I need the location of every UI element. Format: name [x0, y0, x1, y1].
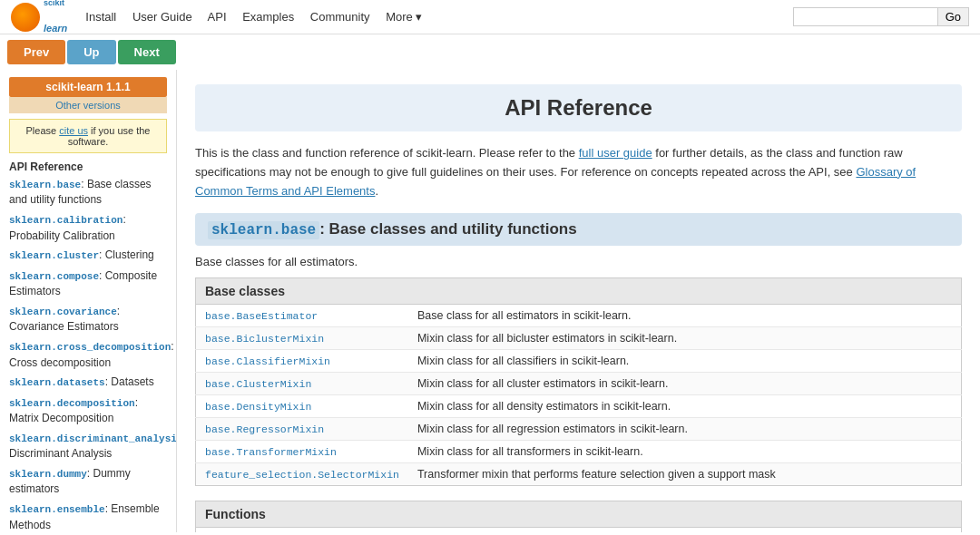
table-row: base.clone(estimator, *[, safe])Construc…	[196, 528, 962, 532]
functions-table: base.clone(estimator, *[, safe])Construc…	[195, 527, 962, 532]
base-classes-desc: Base classes for all estimators.	[195, 255, 962, 268]
class-link[interactable]: base.ClusterMixin	[205, 378, 311, 390]
class-desc: Mixin class for all transformers in scik…	[408, 441, 962, 463]
sidebar-item-mono[interactable]: sklearn.decomposition	[9, 398, 135, 409]
sidebar-item[interactable]: sklearn.calibration: Probability Calibra…	[9, 212, 167, 243]
sidebar-item[interactable]: sklearn.ensemble: Ensemble Methods	[9, 501, 167, 532]
sidebar-cite-box: Please cite us if you use the software.	[9, 119, 167, 153]
functions-section: Functions base.clone(estimator, *[, safe…	[195, 501, 962, 532]
sidebar-item[interactable]: sklearn.cross_decomposition: Cross decom…	[9, 339, 167, 370]
sidebar-item-desc: : Clustering	[99, 248, 154, 261]
class-desc: Mixin class for all cluster estimators i…	[408, 373, 962, 395]
sidebar-item[interactable]: sklearn.cluster: Clustering	[9, 248, 167, 263]
sidebar-item-mono[interactable]: sklearn.base	[9, 180, 81, 190]
nav-more-button[interactable]: More ▾	[386, 10, 422, 24]
glossary-link[interactable]: Glossary of Common Terms and API Element…	[195, 165, 916, 198]
sidebar-item-mono[interactable]: sklearn.covariance	[9, 306, 117, 317]
sidebar-item-mono[interactable]: sklearn.datasets	[9, 377, 105, 388]
table-row: base.BaseEstimatorBase class for all est…	[196, 305, 962, 327]
class-link[interactable]: base.ClassifierMixin	[205, 355, 330, 367]
sidebar-item[interactable]: sklearn.compose: Composite Estimators	[9, 268, 167, 299]
sidebar-entries: sklearn.base: Base classes and utility f…	[9, 177, 167, 532]
table-row: base.ClassifierMixinMixin class for all …	[196, 350, 962, 373]
nav-api[interactable]: API	[208, 10, 227, 24]
next-button[interactable]: Next	[118, 40, 176, 64]
top-navbar: scikitlearn Install User Guide API Examp…	[0, 0, 980, 34]
sidebar-item-mono[interactable]: sklearn.dummy	[9, 469, 87, 480]
prev-button[interactable]: Prev	[7, 40, 65, 64]
class-link[interactable]: base.RegressorMixin	[205, 423, 324, 435]
functions-header: Functions	[195, 501, 962, 527]
table-row: base.TransformerMixinMixin class for all…	[196, 441, 962, 463]
class-desc: Base class for all estimators in scikit-…	[408, 305, 962, 327]
search-go-button[interactable]: Go	[938, 7, 969, 26]
base-classes-header: Base classes	[195, 277, 962, 304]
table-row: base.RegressorMixinMixin class for all r…	[196, 418, 962, 441]
class-desc: Mixin class for all density estimators i…	[408, 395, 962, 418]
nav-install[interactable]: Install	[85, 10, 116, 24]
base-classes-table: base.BaseEstimatorBase class for all est…	[195, 304, 962, 486]
base-classes-section: Base classes base.BaseEstimatorBase clas…	[195, 277, 962, 486]
logo-scikit: scikit	[44, 0, 67, 7]
nav-user-guide[interactable]: User Guide	[132, 10, 192, 24]
class-link[interactable]: feature_selection.SelectorMixin	[205, 469, 399, 481]
main-nav: Install User Guide API Examples Communit…	[85, 10, 435, 24]
sidebar-item-mono[interactable]: sklearn.ensemble	[9, 504, 105, 515]
sidebar-item-mono[interactable]: sklearn.discriminant_analysis	[9, 433, 177, 444]
class-link[interactable]: base.BiclusterMixin	[205, 333, 324, 345]
sidebar-item-mono[interactable]: sklearn.compose	[9, 271, 99, 282]
sidebar-current-label: API Reference	[9, 160, 167, 173]
main-content: API Reference This is the class and func…	[177, 70, 980, 532]
table-row: base.ClusterMixinMixin class for all clu…	[196, 373, 962, 395]
up-button[interactable]: Up	[67, 40, 115, 64]
class-link[interactable]: base.TransformerMixin	[205, 446, 337, 458]
sidebar-item-mono[interactable]: sklearn.cluster	[9, 250, 99, 261]
main-layout: scikit-learn 1.1.1 Other versions Please…	[0, 70, 980, 532]
sidebar-item[interactable]: sklearn.covariance: Covariance Estimator…	[9, 304, 167, 335]
table-row: base.BiclusterMixinMixin class for all b…	[196, 327, 962, 350]
table-row: base.DensityMixinMixin class for all den…	[196, 395, 962, 418]
page-title: API Reference	[195, 84, 962, 131]
class-link[interactable]: base.DensityMixin	[205, 401, 311, 413]
sidebar-item[interactable]: sklearn.decomposition: Matrix Decomposit…	[9, 395, 167, 426]
section-header: sklearn.base: Base classes and utility f…	[195, 213, 962, 246]
sidebar-version: scikit-learn 1.1.1	[9, 77, 167, 97]
cite-link[interactable]: cite us	[59, 125, 88, 136]
logo-text: scikitlearn	[44, 0, 67, 34]
logo-area[interactable]: scikitlearn	[11, 0, 67, 34]
sidebar-item[interactable]: sklearn.datasets: Datasets	[9, 374, 167, 390]
sidebar: scikit-learn 1.1.1 Other versions Please…	[0, 70, 177, 532]
class-desc: Mixin class for all bicluster estimators…	[408, 327, 962, 350]
table-row: feature_selection.SelectorMixinTransform…	[196, 463, 962, 486]
section-rest: : Base classes and utility functions	[319, 220, 576, 238]
full-user-guide-link[interactable]: full user guide	[579, 146, 652, 160]
class-link[interactable]: base.BaseEstimator	[205, 310, 318, 322]
search-input[interactable]	[793, 7, 938, 26]
sidebar-other-versions[interactable]: Other versions	[9, 97, 167, 113]
sidebar-item-mono[interactable]: sklearn.calibration	[9, 215, 122, 226]
nav-examples[interactable]: Examples	[242, 10, 294, 24]
nav-community[interactable]: Community	[310, 10, 370, 24]
class-desc: Mixin class for all classifiers in sciki…	[408, 350, 962, 373]
logo-icon	[11, 3, 40, 32]
sidebar-item[interactable]: sklearn.discriminant_analysis: Discrimin…	[9, 431, 167, 462]
class-desc: Mixin class for all regression estimator…	[408, 418, 962, 441]
sidebar-item[interactable]: sklearn.base: Base classes and utility f…	[9, 177, 167, 208]
search-area: Go	[793, 7, 969, 26]
intro-text: This is the class and function reference…	[195, 144, 962, 200]
sidebar-item-mono[interactable]: sklearn.cross_decomposition	[9, 342, 171, 353]
logo-learn: learn	[44, 23, 67, 34]
sidebar-item[interactable]: sklearn.dummy: Dummy estimators	[9, 466, 167, 497]
class-desc: Transformer mixin that performs feature …	[408, 463, 962, 486]
sidebar-item-desc: : Datasets	[105, 375, 154, 388]
prev-up-next-bar: Prev Up Next	[0, 34, 980, 70]
section-mono: sklearn.base	[208, 221, 319, 239]
function-desc: Construct a new unfitted estimator with …	[514, 528, 961, 532]
